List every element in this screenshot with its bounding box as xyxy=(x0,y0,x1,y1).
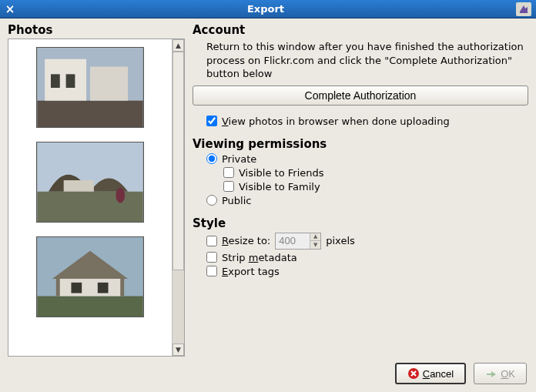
svg-rect-7 xyxy=(37,192,142,222)
account-instruction: Return to this window after you have fin… xyxy=(206,40,528,81)
svg-rect-1 xyxy=(37,101,142,127)
scroll-track[interactable] xyxy=(173,52,184,343)
private-radio[interactable] xyxy=(206,153,217,164)
svg-rect-12 xyxy=(60,279,120,297)
strip-metadata-row[interactable]: Strip metadata xyxy=(206,252,528,263)
scroll-thumb[interactable] xyxy=(173,52,184,270)
ok-button: OK xyxy=(474,363,527,384)
visible-family-checkbox[interactable] xyxy=(223,181,234,192)
permissions-heading: Viewing permissions xyxy=(193,137,528,151)
complete-authorization-button[interactable]: Complete Authorization xyxy=(193,85,528,106)
photos-heading: Photos xyxy=(8,23,185,37)
close-icon[interactable]: × xyxy=(5,2,15,16)
visible-friends-checkbox[interactable] xyxy=(223,167,234,178)
public-label: Public xyxy=(222,195,251,206)
photo-thumbnail[interactable] xyxy=(36,47,144,128)
svg-point-9 xyxy=(116,188,125,203)
photo-list-container: ▲ ▼ xyxy=(8,39,185,357)
visible-family-row[interactable]: Visible to Family xyxy=(223,181,528,193)
account-heading: Account xyxy=(193,23,528,37)
export-tags-row[interactable]: Export tags xyxy=(206,266,528,277)
resize-suffix: pixels xyxy=(326,235,355,246)
scroll-up-icon[interactable]: ▲ xyxy=(173,39,184,52)
private-radio-row[interactable]: Private xyxy=(206,153,528,165)
strip-metadata-checkbox[interactable] xyxy=(206,252,217,263)
photo-thumbnail[interactable] xyxy=(36,142,144,223)
visible-friends-label: Visible to Friends xyxy=(239,167,324,179)
svg-rect-13 xyxy=(71,283,82,293)
button-bar: Cancel OK xyxy=(0,357,536,392)
svg-rect-11 xyxy=(37,297,142,317)
spin-up-icon[interactable]: ▲ xyxy=(310,233,320,242)
ok-icon xyxy=(485,367,497,380)
resize-checkbox[interactable] xyxy=(206,236,217,246)
svg-rect-14 xyxy=(98,283,109,293)
resize-input[interactable] xyxy=(276,233,310,249)
svg-rect-8 xyxy=(64,180,94,192)
export-tags-checkbox[interactable] xyxy=(206,266,217,276)
view-browser-checkbox[interactable] xyxy=(206,116,217,126)
app-icon xyxy=(516,2,531,16)
style-heading: Style xyxy=(193,216,528,230)
photo-thumbnail[interactable] xyxy=(36,236,144,317)
visible-family-label: Visible to Family xyxy=(239,181,320,193)
view-browser-label: View photos in browser when done uploadi… xyxy=(222,116,450,127)
private-label: Private xyxy=(222,153,256,165)
svg-rect-4 xyxy=(51,74,60,88)
view-browser-checkbox-row[interactable]: View photos in browser when done uploadi… xyxy=(206,116,528,127)
export-tags-label: Export tags xyxy=(222,266,280,277)
spin-down-icon[interactable]: ▼ xyxy=(310,241,320,249)
resize-spinner[interactable]: ▲ ▼ xyxy=(275,233,321,250)
svg-rect-3 xyxy=(90,67,128,101)
strip-metadata-label: Strip metadata xyxy=(222,252,297,263)
visible-friends-row[interactable]: Visible to Friends xyxy=(223,167,528,179)
resize-label: Resize to: xyxy=(222,235,270,246)
scroll-down-icon[interactable]: ▼ xyxy=(173,343,184,356)
cancel-button[interactable]: Cancel xyxy=(395,363,466,384)
scrollbar[interactable]: ▲ ▼ xyxy=(172,39,184,356)
public-radio[interactable] xyxy=(206,195,217,206)
svg-rect-5 xyxy=(66,74,75,88)
photo-list xyxy=(8,39,172,356)
title-bar: × Export xyxy=(0,0,536,18)
cancel-icon xyxy=(407,367,420,380)
public-radio-row[interactable]: Public xyxy=(206,195,528,206)
window-title: Export xyxy=(15,3,516,15)
